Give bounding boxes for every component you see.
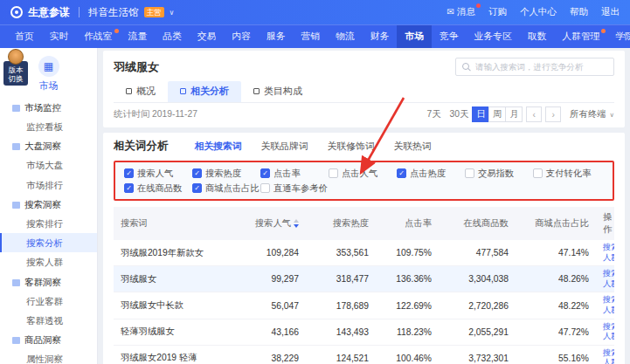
subtab[interactable]: 关联热词: [384, 139, 440, 155]
nav-item[interactable]: 学院: [607, 25, 630, 48]
action-link-crowd-analysis[interactable]: 人群分析: [603, 306, 607, 316]
action-link-search-analysis[interactable]: 搜索分析: [603, 348, 607, 359]
table-row[interactable]: 羽绒服2019年新款女109,284353,561109.75%477,5844…: [114, 240, 614, 266]
tab[interactable]: 相关分析: [168, 81, 241, 102]
filter-checkbox[interactable]: ✓搜索热度: [192, 168, 260, 180]
filter-checkbox[interactable]: ✓点击热度: [397, 168, 465, 180]
filter-row-2: ✓在线商品数✓商城点击占比直通车参考价: [124, 181, 604, 196]
column-header[interactable]: 搜索热度: [306, 207, 376, 240]
tab[interactable]: 概况: [114, 81, 168, 102]
sidebar-item[interactable]: 搜索分析: [0, 233, 97, 252]
table-row[interactable]: 羽绒服女2019 轻薄38,229124,521100.46%3,732,301…: [114, 346, 614, 364]
topbar-item-label: 个人中心: [520, 6, 557, 18]
filter-checkbox[interactable]: ✓在线商品数: [124, 182, 192, 195]
nav-item[interactable]: 人群管理: [554, 25, 607, 48]
nav-item[interactable]: 财务: [363, 25, 398, 48]
granularity-button[interactable]: 周: [488, 106, 506, 122]
nav-item[interactable]: 取数: [520, 25, 555, 48]
action-link-search-analysis[interactable]: 搜索分析: [603, 269, 607, 279]
action-link-search-analysis[interactable]: 搜索分析: [603, 322, 607, 333]
sidebar-item[interactable]: 搜索人群: [0, 252, 97, 271]
chevron-down-icon: ∨: [610, 111, 615, 119]
topbar-item[interactable]: 退出: [601, 6, 620, 18]
value-cell: 2,055,291: [439, 325, 516, 340]
app-logo[interactable]: 生意参谋: [28, 5, 70, 20]
column-label: 搜索词: [121, 217, 148, 230]
search-box[interactable]: [455, 58, 614, 76]
sidebar-item[interactable]: 市场大盘: [0, 155, 97, 175]
column-header[interactable]: 搜索人气: [234, 207, 306, 240]
nav-item[interactable]: 首页: [7, 25, 42, 48]
nav-item[interactable]: 内容: [224, 25, 259, 48]
quick-range-button[interactable]: 30天: [446, 108, 474, 120]
value-cell: 43,166: [234, 325, 306, 340]
granularity-button[interactable]: 日: [472, 106, 489, 122]
sidebar-item[interactable]: 属性洞察: [0, 349, 97, 364]
action-link-crowd-analysis[interactable]: 人群分析: [603, 279, 607, 290]
topbar-divider: [79, 7, 80, 17]
nav-item[interactable]: 作战室: [76, 25, 120, 48]
granularity-button[interactable]: 月: [505, 106, 523, 122]
chevron-down-icon[interactable]: ∨: [170, 9, 175, 17]
topbar-item[interactable]: ✉消息: [447, 6, 475, 18]
next-arrow-button[interactable]: ›: [545, 106, 561, 122]
table-row[interactable]: 羽绒服女99,297318,477136.36%3,304,03848.26%搜…: [114, 266, 614, 292]
column-header[interactable]: 操作: [596, 207, 619, 240]
column-header[interactable]: 搜索词: [114, 207, 234, 240]
sidebar-group-label: 商品洞察: [24, 334, 61, 347]
nav-item[interactable]: 营销: [294, 25, 329, 48]
filter-checkbox[interactable]: ✓搜索人气: [124, 168, 192, 180]
nav-item[interactable]: 业务专区: [467, 25, 520, 48]
tab[interactable]: 类目构成: [241, 81, 315, 102]
topbar-item[interactable]: 帮助: [570, 6, 588, 18]
subtab[interactable]: 关联品牌词: [252, 139, 316, 155]
filter-checkbox[interactable]: ✓商城点击占比: [192, 182, 260, 195]
table-row[interactable]: 轻薄羽绒服女43,166143,493118.23%2,055,29147.72…: [114, 319, 614, 346]
quick-range-button[interactable]: 7天: [423, 108, 446, 120]
nav-item[interactable]: 市场: [397, 25, 432, 48]
filter-checkbox[interactable]: ✓点击率: [260, 168, 329, 180]
sidebar-item[interactable]: 客群透视: [0, 311, 97, 330]
app-logo-icon: [10, 6, 23, 18]
action-link-search-analysis[interactable]: 搜索分析: [603, 295, 607, 306]
prev-arrow-button[interactable]: ‹: [526, 106, 542, 122]
notification-dot: [114, 29, 119, 33]
topbar-left: 生意参谋 抖音生活馆 主营 ∨: [10, 5, 174, 20]
nav-item[interactable]: 服务: [259, 25, 294, 48]
sidebar-item[interactable]: 监控看板: [0, 117, 97, 136]
column-header[interactable]: 点击率: [376, 207, 439, 240]
nav-item[interactable]: 交易: [190, 25, 225, 48]
terminal-select[interactable]: 所有终端∨: [570, 108, 614, 120]
version-switcher[interactable]: 版本切换: [2, 49, 30, 86]
nav-item[interactable]: 实时: [42, 25, 77, 48]
nav-item[interactable]: 物流: [328, 25, 363, 48]
topbar-item[interactable]: 订购: [488, 6, 507, 18]
filter-checkbox[interactable]: 点击人气: [329, 168, 397, 180]
sidebar-item[interactable]: 搜索排行: [0, 214, 97, 233]
nav-item[interactable]: 品类: [155, 25, 190, 48]
nav-item[interactable]: 流量: [121, 25, 156, 48]
table-row[interactable]: 羽绒服女中长款56,047178,689122.69%2,720,28648.2…: [114, 292, 614, 319]
subtab[interactable]: 相关搜索词: [186, 139, 251, 155]
checkbox-icon: ✓: [397, 168, 406, 178]
action-link-crowd-analysis[interactable]: 人群分析: [603, 332, 607, 342]
checkbox-icon: ✓: [124, 183, 134, 193]
column-header[interactable]: 商城点击占比: [516, 207, 596, 240]
sidebar-item[interactable]: 行业客群: [0, 292, 97, 311]
action-link-crowd-analysis[interactable]: 人群分析: [603, 253, 607, 264]
search-input[interactable]: [475, 62, 607, 72]
filter-checkbox[interactable]: 交易指数: [465, 168, 533, 180]
filter-checkbox[interactable]: 支付转化率: [533, 168, 601, 180]
product-name[interactable]: 抖音生活馆: [88, 6, 139, 19]
action-link-search-analysis[interactable]: 搜索分析: [603, 243, 607, 253]
filter-checkbox[interactable]: 直通车参考价: [260, 182, 329, 195]
topbar-item[interactable]: 个人中心: [520, 6, 557, 18]
subtab[interactable]: 关联修饰词: [318, 139, 383, 155]
nav-item[interactable]: 竞争: [432, 25, 467, 48]
column-label: 操作: [603, 211, 612, 236]
actions-cell: 搜索分析人群分析: [596, 346, 614, 364]
sidebar-item[interactable]: 市场排行: [0, 175, 97, 195]
topbar-right: ✉消息订购个人中心帮助退出: [447, 6, 620, 18]
column-header[interactable]: 在线商品数: [439, 207, 516, 240]
action-link-crowd-analysis[interactable]: 人群分析: [603, 358, 607, 364]
